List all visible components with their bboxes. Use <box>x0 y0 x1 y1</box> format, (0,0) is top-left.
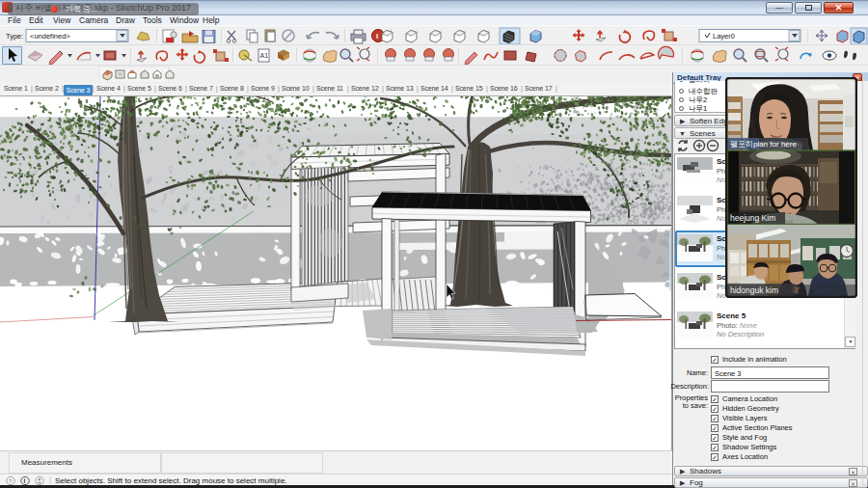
svg-text:팰포히plan for here: 팰포히plan for here <box>730 140 797 149</box>
svg-text:i: i <box>376 32 378 41</box>
svg-text:i: i <box>24 477 26 484</box>
svg-text:A1: A1 <box>260 52 269 59</box>
svg-text:Type:: Type: <box>6 32 23 41</box>
svg-text:Layer0: Layer0 <box>713 32 735 41</box>
svg-text:heejung Kim: heejung Kim <box>730 213 775 223</box>
svg-text:?: ? <box>9 478 13 484</box>
svg-text:hidonguk kim: hidonguk kim <box>730 285 778 295</box>
svg-text:<undefined>: <undefined> <box>30 32 70 41</box>
